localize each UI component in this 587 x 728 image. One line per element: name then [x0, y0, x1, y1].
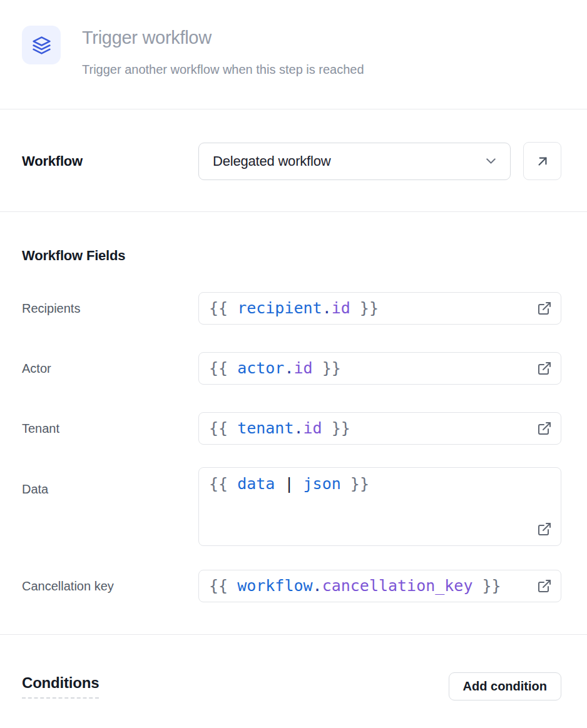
workflow-fields-heading: Workflow Fields: [22, 248, 561, 264]
workflow-select-value: Delegated workflow: [213, 153, 483, 169]
data-input[interactable]: {{ data | json }}: [198, 467, 561, 546]
page-title: Trigger workflow: [82, 26, 364, 49]
actor-value: {{ actor.id }}: [209, 359, 341, 378]
tenant-label: Tenant: [22, 422, 198, 436]
field-row-tenant: Tenant {{ tenant.id }}: [22, 412, 561, 445]
field-row-recipients: Recipients {{ recipient.id }}: [22, 292, 561, 325]
tenant-input[interactable]: {{ tenant.id }}: [198, 412, 561, 445]
external-link-icon[interactable]: [537, 421, 552, 436]
actor-label: Actor: [22, 361, 198, 376]
conditions-section: Conditions Add condition: [0, 635, 587, 700]
external-link-icon[interactable]: [537, 301, 552, 316]
external-link-icon[interactable]: [537, 361, 552, 376]
data-value: {{ data | json }}: [209, 475, 369, 493]
workflow-select[interactable]: Delegated workflow: [198, 143, 511, 180]
external-link-icon[interactable]: [537, 522, 552, 537]
add-condition-button[interactable]: Add condition: [449, 672, 561, 700]
recipients-label: Recipients: [22, 301, 198, 316]
actor-input[interactable]: {{ actor.id }}: [198, 352, 561, 385]
cancellation-key-value: {{ workflow.cancellation_key }}: [209, 577, 501, 595]
open-workflow-button[interactable]: [523, 142, 561, 180]
step-header: Trigger workflow Trigger another workflo…: [0, 0, 587, 109]
cancellation-key-input[interactable]: {{ workflow.cancellation_key }}: [198, 570, 561, 602]
workflow-label: Workflow: [22, 153, 198, 169]
data-label: Data: [22, 467, 198, 497]
workflow-select-row: Workflow Delegated workflow: [0, 109, 587, 211]
arrow-up-right-icon: [534, 153, 551, 169]
field-row-data: Data {{ data | json }}: [22, 467, 561, 546]
field-row-actor: Actor {{ actor.id }}: [22, 352, 561, 385]
conditions-heading[interactable]: Conditions: [22, 674, 99, 699]
chevron-down-icon: [483, 153, 499, 169]
recipients-input[interactable]: {{ recipient.id }}: [198, 292, 561, 325]
workflow-fields-section: Workflow Fields Recipients {{ recipient.…: [0, 212, 587, 634]
field-row-cancellation-key: Cancellation key {{ workflow.cancellatio…: [22, 570, 561, 602]
page-subtitle: Trigger another workflow when this step …: [82, 62, 364, 77]
recipients-value: {{ recipient.id }}: [209, 299, 379, 318]
layers-icon: [22, 26, 61, 64]
tenant-value: {{ tenant.id }}: [209, 419, 350, 438]
external-link-icon[interactable]: [537, 579, 552, 594]
cancellation-key-label: Cancellation key: [22, 579, 198, 594]
